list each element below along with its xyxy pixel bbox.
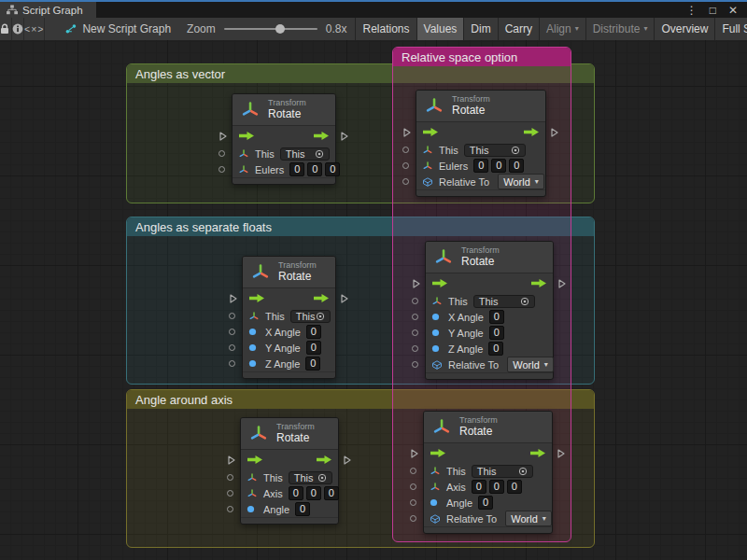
info-button[interactable]: [12, 18, 24, 40]
node-rotate-axis-plain[interactable]: TransformRotateThisThisAxis000Angle0: [240, 417, 339, 525]
object-field[interactable]: This: [290, 310, 331, 323]
number-input[interactable]: 0: [289, 486, 303, 500]
value-input-port[interactable]: [412, 314, 418, 320]
zoom-slider[interactable]: [224, 28, 317, 30]
fullscreen-button[interactable]: Full Screen: [714, 18, 747, 40]
tab-script-graph[interactable]: Script Graph: [0, 2, 96, 18]
number-input[interactable]: 0: [507, 480, 522, 494]
number-input[interactable]: 0: [325, 162, 340, 176]
object-field[interactable]: This: [280, 147, 330, 161]
value-input-port[interactable]: [412, 298, 418, 304]
flow-output-port[interactable]: [344, 455, 351, 465]
node-rotate-vector-relative[interactable]: TransformRotateThisThisEulers000Relative…: [416, 90, 546, 197]
flow-input-port[interactable]: [228, 455, 235, 465]
group-header[interactable]: Relative space option: [393, 48, 571, 66]
close-icon[interactable]: ✕: [728, 5, 738, 16]
number-input[interactable]: 0: [472, 480, 486, 494]
value-input-port[interactable]: [227, 474, 233, 481]
number-input[interactable]: 0: [489, 310, 504, 324]
distribute-button[interactable]: Distribute▾: [585, 18, 655, 40]
node-rotate-vector-plain[interactable]: TransformRotateThisThisEulers000: [232, 93, 336, 185]
enum-dropdown[interactable]: World▾: [505, 511, 552, 526]
object-field-value: This: [286, 148, 305, 160]
target-icon: [511, 142, 520, 159]
flow-out-arrow-icon: [531, 279, 546, 287]
vector-inputs: 000: [473, 159, 524, 173]
value-input-port[interactable]: [412, 345, 418, 352]
object-field[interactable]: This: [464, 144, 526, 157]
dim-button[interactable]: Dim: [463, 18, 497, 40]
number-input[interactable]: 0: [478, 496, 493, 510]
kebab-menu-icon[interactable]: ⋮: [686, 5, 698, 16]
value-input-port[interactable]: [410, 515, 416, 522]
overview-button[interactable]: Overview: [654, 18, 714, 40]
number-input[interactable]: 0: [509, 159, 524, 173]
input-row: Eulers000: [416, 158, 545, 174]
vector-inputs: 000: [289, 486, 339, 500]
value-input-port[interactable]: [227, 506, 233, 512]
number-input[interactable]: 0: [289, 162, 304, 176]
number-input[interactable]: 0: [305, 357, 320, 371]
flow-input-port[interactable]: [403, 128, 411, 137]
transform-child-icon: [248, 311, 260, 322]
value-input-port[interactable]: [410, 483, 416, 490]
number-input[interactable]: 0: [306, 486, 321, 500]
code-view-button[interactable]: <×>: [24, 18, 45, 40]
flow-output-port[interactable]: [341, 294, 348, 303]
number-input[interactable]: 0: [489, 480, 504, 494]
number-input[interactable]: 0: [491, 159, 506, 173]
number-input[interactable]: 0: [295, 502, 310, 516]
number-input[interactable]: 0: [488, 342, 503, 356]
object-field[interactable]: This: [289, 471, 332, 484]
target-icon: [317, 469, 327, 486]
relations-button[interactable]: Relations: [355, 18, 416, 40]
maximize-icon[interactable]: □: [710, 5, 716, 16]
value-input-port[interactable]: [412, 361, 418, 368]
value-input-port[interactable]: [218, 150, 225, 157]
flow-input-port[interactable]: [219, 132, 227, 141]
flow-input-port[interactable]: [413, 279, 420, 288]
number-input[interactable]: 0: [307, 162, 322, 176]
number-input[interactable]: 0: [306, 341, 321, 355]
zoom-slider-handle[interactable]: [275, 24, 285, 34]
lock-button[interactable]: [0, 18, 12, 40]
number-input[interactable]: 0: [306, 325, 321, 339]
value-input-port[interactable]: [229, 344, 235, 351]
flow-input-port[interactable]: [411, 449, 418, 458]
value-input-port[interactable]: [218, 166, 225, 173]
float-dot-icon: [247, 505, 258, 513]
value-input-port[interactable]: [410, 468, 416, 474]
number-input[interactable]: 0: [473, 159, 488, 173]
values-button[interactable]: Values: [416, 18, 464, 40]
input-label: Angle: [446, 497, 472, 509]
flow-output-port[interactable]: [341, 132, 348, 141]
node-rotate-axis-relative[interactable]: TransformRotateThisThisAxis000Angle0Rela…: [423, 411, 553, 534]
flow-output-port[interactable]: [557, 449, 565, 458]
value-input-port[interactable]: [402, 147, 409, 153]
value-input-port[interactable]: [229, 313, 235, 319]
align-button[interactable]: Align▾: [539, 18, 585, 40]
float-dot-icon: [248, 328, 260, 336]
value-input-port[interactable]: [402, 162, 409, 169]
flow-input-port[interactable]: [230, 294, 237, 303]
graph-canvas[interactable]: Angles as vectorAngles as separate float…: [0, 40, 747, 560]
flow-output-port[interactable]: [551, 128, 558, 137]
float-dot-icon: [430, 498, 441, 507]
node-rotate-floats-relative[interactable]: TransformRotateThisThisX Angle0Y Angle0Z…: [425, 241, 554, 380]
float-dot-icon: [248, 359, 260, 368]
value-input-port[interactable]: [229, 329, 235, 335]
object-field[interactable]: This: [473, 295, 535, 308]
value-input-port[interactable]: [229, 360, 235, 367]
number-input[interactable]: 0: [489, 326, 504, 340]
number-input[interactable]: 0: [324, 486, 339, 500]
object-field[interactable]: This: [472, 465, 533, 478]
value-input-port[interactable]: [410, 499, 416, 506]
flow-output-port[interactable]: [558, 279, 566, 288]
value-input-port[interactable]: [402, 178, 409, 185]
value-input-port[interactable]: [412, 329, 418, 336]
carry-button[interactable]: Carry: [498, 18, 539, 40]
node-rotate-floats-plain[interactable]: TransformRotateThisThisX Angle0Y Angle0Z…: [242, 256, 336, 379]
value-input-port[interactable]: [227, 490, 233, 497]
enum-dropdown[interactable]: World▾: [498, 174, 544, 189]
enum-dropdown[interactable]: World▾: [507, 357, 554, 372]
